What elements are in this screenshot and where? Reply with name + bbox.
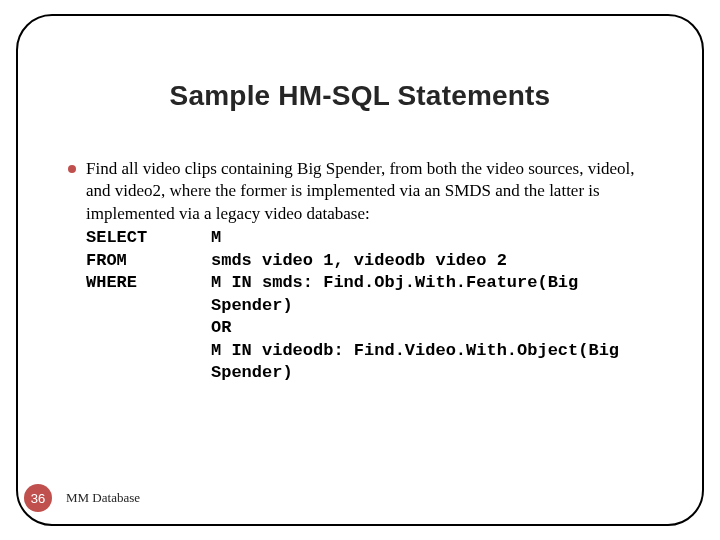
sql-where-cont-or: OR bbox=[211, 317, 660, 339]
sql-from-value: smds video 1, videodb video 2 bbox=[211, 250, 660, 272]
sql-block: SELECT M FROM smds video 1, videodb vide… bbox=[86, 227, 660, 384]
footer-label: MM Database bbox=[66, 490, 140, 506]
sql-select-value: M bbox=[211, 227, 660, 249]
sql-where-cont-line: M IN videodb: Find.Video.With.Object(Big… bbox=[211, 340, 660, 385]
sql-keyword-where: WHERE bbox=[86, 272, 211, 317]
slide-title: Sample HM-SQL Statements bbox=[24, 80, 696, 112]
content-area: Find all video clips containing Big Spen… bbox=[68, 158, 660, 384]
bullet-item: Find all video clips containing Big Spen… bbox=[68, 158, 660, 384]
sql-keyword-from: FROM bbox=[86, 250, 211, 272]
page-number-badge: 36 bbox=[24, 484, 52, 512]
sql-from-row: FROM smds video 1, videodb video 2 bbox=[86, 250, 660, 272]
slide-footer: 36 MM Database bbox=[24, 484, 140, 512]
sql-where-value: M IN smds: Find.Obj.With.Feature(Big Spe… bbox=[211, 272, 660, 317]
bullet-icon bbox=[68, 165, 76, 173]
bullet-intro-text: Find all video clips containing Big Spen… bbox=[86, 158, 660, 225]
bullet-body: Find all video clips containing Big Spen… bbox=[86, 158, 660, 384]
sql-where-row: WHERE M IN smds: Find.Obj.With.Feature(B… bbox=[86, 272, 660, 317]
slide: Sample HM-SQL Statements Find all video … bbox=[0, 0, 720, 540]
sql-keyword-select: SELECT bbox=[86, 227, 211, 249]
sql-select-row: SELECT M bbox=[86, 227, 660, 249]
